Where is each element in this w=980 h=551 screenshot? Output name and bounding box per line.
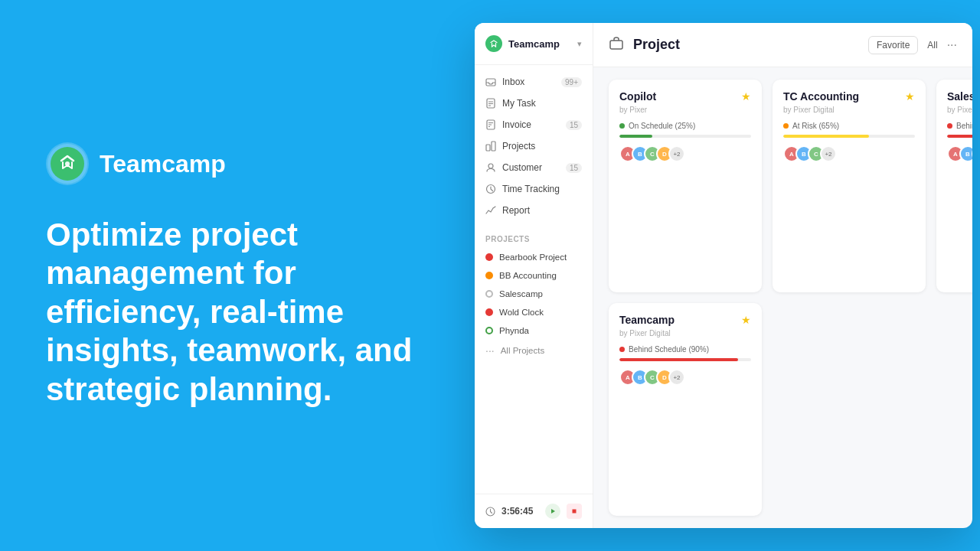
- project-card-teamcamp: Teamcamp ★ by Pixer Digital Behind Sched…: [609, 303, 762, 516]
- tagline: Optimize project management for efficien…: [46, 216, 425, 409]
- project-card-salescamp: Salescamp by Pixer Digit... Behind Sch..…: [936, 80, 972, 292]
- card-avatars-copilot: A B C D +2: [619, 145, 751, 162]
- timer-stop-button[interactable]: [567, 504, 582, 519]
- card-by-tc-accounting: by Pixer Digital: [783, 106, 915, 114]
- project-item-salescamp[interactable]: Salescamp: [475, 285, 593, 303]
- progress-fill-teamcamp: [619, 358, 738, 361]
- projects-icon: [485, 141, 496, 152]
- project-color-ring: [485, 290, 493, 298]
- sidebar-nav: Inbox 99+ My Task: [475, 65, 593, 227]
- stop-icon: [571, 508, 577, 514]
- more-options-button[interactable]: ···: [947, 38, 957, 52]
- app-window-container: Teamcamp ▾ Inbox 99+: [467, 0, 980, 551]
- star-icon-tc-accounting[interactable]: ★: [905, 90, 915, 103]
- brand-name: Teamcamp: [100, 150, 226, 178]
- status-label-copilot: On Schedule (25%): [629, 122, 695, 130]
- main-header: Project Favorite All ···: [593, 23, 972, 67]
- timer-play-button[interactable]: [545, 504, 560, 519]
- nav-label-invoice: Invoice: [502, 119, 531, 130]
- sidebar-item-projects[interactable]: Projects: [475, 135, 593, 157]
- card-title-salescamp: Salescamp: [947, 90, 972, 103]
- clock-icon: [485, 184, 496, 194]
- favorite-button[interactable]: Favorite: [868, 36, 918, 54]
- progress-bar-copilot: [619, 135, 751, 138]
- task-icon: [485, 98, 496, 109]
- main-content: Project Favorite All ··· Copilot ★ by Pi…: [593, 23, 972, 528]
- chevron-down-icon[interactable]: ▾: [577, 39, 582, 49]
- all-projects-item[interactable]: ··· All Projects: [475, 340, 593, 361]
- project-name-bb-accounting: BB Accounting: [499, 271, 557, 280]
- avatar-count: +2: [668, 145, 685, 162]
- project-card-tc-accounting: TC Accounting ★ by Pixer Digital At Risk…: [773, 80, 926, 292]
- nav-label-inbox: Inbox: [502, 77, 524, 87]
- project-card-copilot: Copilot ★ by Pixer On Schedule (25%) A B: [609, 80, 762, 292]
- card-avatars-tc-accounting: A B C +2: [783, 145, 915, 162]
- status-label-tc-accounting: At Risk (65%): [792, 122, 839, 130]
- svg-rect-14: [573, 510, 577, 514]
- play-icon: [550, 508, 556, 514]
- card-by-teamcamp: by Pixer Digital: [619, 329, 751, 337]
- svg-point-10: [488, 164, 493, 168]
- nav-badge-invoice: 15: [566, 120, 582, 130]
- all-projects-icon: ···: [485, 344, 495, 357]
- svg-marker-13: [551, 509, 555, 514]
- briefcase-icon: [609, 35, 624, 54]
- svg-rect-8: [486, 145, 490, 151]
- inbox-icon: [485, 77, 496, 87]
- sidebar: Teamcamp ▾ Inbox 99+: [475, 23, 593, 528]
- status-dot-salescamp: [947, 123, 952, 129]
- project-color-dot: [485, 308, 493, 316]
- status-label-teamcamp: Behind Schedule (90%): [629, 345, 709, 354]
- sidebar-item-invoice[interactable]: Invoice 15: [475, 114, 593, 135]
- project-name-wold-clock: Wold Clock: [499, 308, 544, 317]
- star-icon-teamcamp[interactable]: ★: [741, 314, 751, 326]
- timer-display: 3:56:45: [501, 506, 539, 517]
- app-window: Teamcamp ▾ Inbox 99+: [475, 23, 972, 528]
- progress-fill-copilot: [619, 135, 652, 138]
- nav-label-my-task: My Task: [502, 98, 536, 109]
- progress-fill-tc-accounting: [783, 135, 869, 138]
- status-dot-copilot: [619, 123, 625, 129]
- svg-rect-15: [610, 41, 622, 49]
- sidebar-logo: [485, 35, 502, 52]
- brand: Teamcamp: [46, 142, 425, 185]
- sidebar-item-my-task[interactable]: My Task: [475, 93, 593, 114]
- progress-fill-salescamp: [947, 135, 972, 138]
- star-icon-copilot[interactable]: ★: [741, 90, 751, 103]
- sidebar-item-report[interactable]: Report: [475, 200, 593, 221]
- sidebar-item-customer[interactable]: Customer 15: [475, 157, 593, 178]
- sidebar-item-inbox[interactable]: Inbox 99+: [475, 71, 593, 93]
- nav-label-projects: Projects: [502, 141, 535, 152]
- status-label-salescamp: Behind Sch...: [956, 122, 972, 130]
- sidebar-item-time-tracking[interactable]: Time Tracking: [475, 178, 593, 200]
- svg-rect-9: [492, 142, 495, 151]
- all-filter[interactable]: All: [927, 40, 937, 51]
- card-title-teamcamp: Teamcamp: [619, 314, 675, 326]
- nav-label-report: Report: [502, 205, 530, 216]
- card-title-tc-accounting: TC Accounting: [783, 90, 859, 103]
- invoice-icon: [485, 119, 496, 130]
- progress-bar-salescamp: [947, 135, 972, 138]
- project-color-ring: [485, 327, 493, 334]
- timer-icon: [485, 507, 495, 517]
- sidebar-footer: 3:56:45: [475, 494, 593, 528]
- project-item-wold-clock[interactable]: Wold Clock: [475, 303, 593, 321]
- teamcamp-logo: [46, 142, 89, 185]
- main-title: Project: [633, 37, 859, 53]
- project-item-phynda[interactable]: Phynda: [475, 321, 593, 340]
- project-name-salescamp: Salescamp: [499, 289, 543, 298]
- project-color-dot: [485, 272, 493, 279]
- nav-badge-inbox: 99+: [561, 77, 582, 87]
- project-item-bb-accounting[interactable]: BB Accounting: [475, 266, 593, 285]
- nav-label-customer: Customer: [502, 162, 542, 173]
- sidebar-header: Teamcamp ▾: [475, 23, 593, 65]
- status-dot-teamcamp: [619, 347, 625, 352]
- avatar: B: [959, 145, 972, 162]
- project-color-dot: [485, 253, 493, 261]
- card-title-copilot: Copilot: [619, 90, 656, 103]
- customer-icon: [485, 162, 496, 173]
- card-by-copilot: by Pixer: [619, 106, 751, 114]
- project-item-bearbook[interactable]: Bearbook Project: [475, 248, 593, 266]
- svg-point-3: [65, 161, 70, 166]
- status-dot-tc-accounting: [783, 123, 789, 129]
